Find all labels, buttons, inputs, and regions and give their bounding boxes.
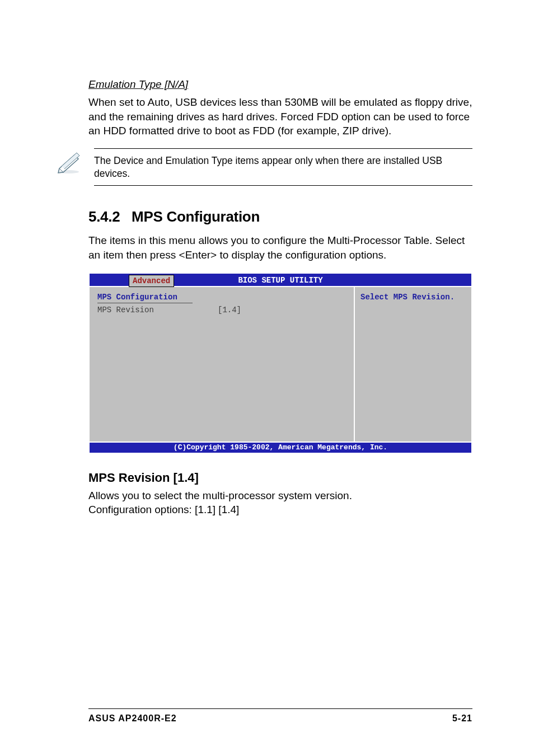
emulation-type-heading: Emulation Type [N/A] (88, 78, 472, 91)
bios-screenshot: BIOS SETUP UTILITY Advanced MPS Configur… (88, 273, 472, 454)
bios-option-value: [1.4] (218, 306, 241, 314)
bios-option-label: MPS Revision (97, 306, 218, 314)
bios-help-text: Select MPS Revision. (360, 293, 455, 302)
note-container: The Device and Emulation Type items appe… (88, 148, 472, 186)
footer-page-number: 5-21 (452, 713, 472, 724)
note-box: The Device and Emulation Type items appe… (94, 148, 472, 186)
bios-option-row: MPS Revision [1.4] (97, 306, 346, 314)
emulation-type-body: When set to Auto, USB devices less than … (88, 95, 472, 138)
bios-right-panel: Select MPS Revision. (354, 287, 471, 442)
bios-divider (97, 303, 193, 303)
bios-left-panel: MPS Configuration MPS Revision [1.4] (90, 287, 354, 442)
section-title: MPS Configuration (132, 208, 260, 225)
footer-product-name: ASUS AP2400R-E2 (88, 713, 177, 724)
section-intro-text: The items in this menu allows you to con… (88, 233, 472, 262)
bios-left-title: MPS Configuration (97, 293, 346, 302)
page-footer: ASUS AP2400R-E2 5-21 (88, 708, 472, 724)
section-number: 5.4.2 (88, 208, 120, 225)
pencil-note-icon (55, 152, 83, 176)
bios-body: MPS Configuration MPS Revision [1.4] Sel… (88, 286, 472, 443)
section-heading: 5.4.2 MPS Configuration (88, 208, 472, 226)
bios-header: BIOS SETUP UTILITY Advanced (88, 273, 472, 286)
mps-revision-options: Configuration options: [1.1] [1.4] (88, 503, 472, 517)
bios-tab-advanced: Advanced (129, 275, 174, 287)
bios-header-title: BIOS SETUP UTILITY (238, 276, 322, 285)
note-text: The Device and Emulation Type items appe… (94, 154, 472, 180)
mps-revision-description: Allows you to select the multi-processor… (88, 489, 472, 503)
bios-footer: (C)Copyright 1985-2002, American Megatre… (88, 443, 472, 454)
mps-revision-heading: MPS Revision [1.4] (88, 471, 472, 485)
